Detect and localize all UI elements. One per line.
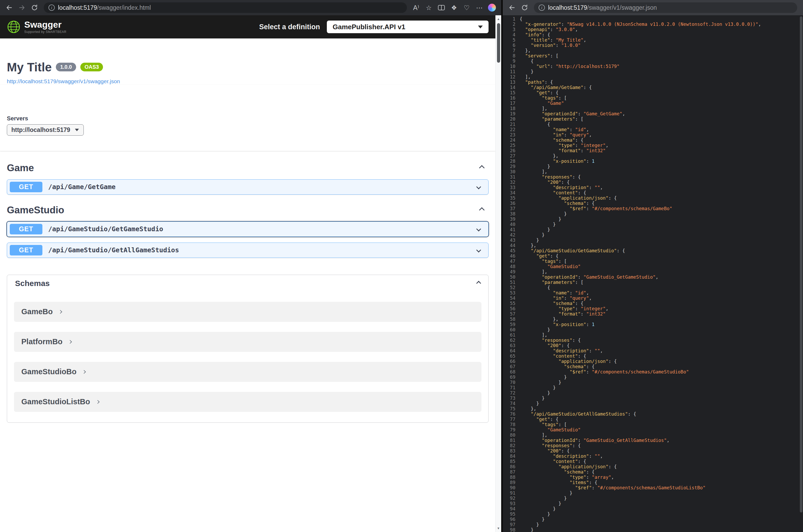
json-line: 52 {: [505, 285, 803, 290]
json-line: 91 }: [505, 490, 803, 496]
schema-model-gamebo[interactable]: GameBo: [14, 302, 481, 322]
url-host: localhost:5179: [548, 4, 587, 11]
line-number: 38: [505, 211, 520, 216]
line-number: 76: [505, 411, 520, 417]
json-code: }: [520, 327, 550, 332]
scrollbar-thumb[interactable]: [497, 23, 500, 63]
json-code: }: [520, 69, 534, 74]
method-badge: GET: [10, 224, 42, 234]
json-line: 37 "$ref": "#/components/schemas/GameBo": [505, 206, 803, 211]
split-screen-button[interactable]: [435, 2, 447, 14]
json-line: 84 "description": "",: [505, 454, 803, 459]
json-line: 21 {: [505, 122, 803, 127]
json-code: }: [520, 222, 556, 227]
schema-model-gamestudiolistbo[interactable]: GameStudioListBo: [14, 392, 481, 412]
json-code: "schema": {: [520, 469, 595, 475]
tag-header-gamestudio[interactable]: GameStudio: [7, 205, 489, 216]
json-line: 10 "url": "http://localhost:5179": [505, 64, 803, 69]
json-scrollbar[interactable]: [799, 15, 803, 532]
back-button[interactable]: [506, 2, 518, 14]
json-line: 42 }: [505, 232, 803, 238]
scrollbar-thumb[interactable]: [800, 16, 802, 513]
json-line: 67 "schema": {: [505, 364, 803, 369]
json-code: }: [520, 496, 567, 501]
chevron-down-icon: [476, 184, 481, 189]
favorites-star-button[interactable]: ☆: [423, 2, 435, 14]
json-code: "GameStudio": [520, 264, 581, 269]
line-number: 34: [505, 190, 520, 195]
line-number: 63: [505, 343, 520, 348]
line-number: 71: [505, 385, 520, 390]
oas3-badge: OAS3: [80, 63, 103, 71]
spec-url-link[interactable]: http://localhost:5179/swagger/v1/swagger…: [7, 78, 120, 84]
json-code: "format": "int32": [520, 311, 606, 317]
line-number: 45: [505, 248, 520, 253]
line-number: 7: [505, 48, 520, 53]
method-badge: GET: [10, 182, 42, 192]
json-line: 81 "operationId": "GameStudio_GetAllGame…: [505, 438, 803, 443]
site-info-icon[interactable]: i: [539, 4, 545, 11]
read-aloud-button[interactable]: A⁾: [410, 2, 422, 14]
collections-button[interactable]: ❖: [448, 2, 460, 14]
line-number: 48: [505, 264, 520, 269]
address-bar[interactable]: i localhost:5179/swagger/v1/swagger.json: [534, 2, 797, 13]
refresh-button[interactable]: [28, 2, 41, 14]
json-code: },: [520, 48, 531, 53]
refresh-button[interactable]: [519, 2, 531, 14]
schemas-section: Schemas GameBoPlatformBoGameStudioBoGame…: [7, 275, 489, 423]
line-number: 61: [505, 332, 520, 338]
back-button[interactable]: [3, 2, 15, 14]
site-info-icon[interactable]: i: [49, 4, 55, 11]
json-code: }: [520, 396, 544, 401]
json-code: "$ref": "#/components/schemas/GameBo": [520, 206, 672, 211]
json-code: "name": "id",: [520, 127, 589, 132]
operation-row[interactable]: GET/api/Game/GetGame: [7, 179, 489, 195]
line-number: 10: [505, 64, 520, 69]
model-name: GameStudioBo: [21, 367, 76, 376]
json-code: "responses": {: [520, 174, 581, 179]
copilot-button[interactable]: [486, 2, 498, 14]
json-line: 33 "description": "",: [505, 185, 803, 190]
json-line: 73 }: [505, 396, 803, 401]
address-bar[interactable]: i localhost:5179/swagger/index.html: [44, 2, 407, 13]
tag-header-game[interactable]: Game: [7, 163, 489, 174]
json-line: 71 }: [505, 385, 803, 390]
more-menu-button[interactable]: ⋯: [473, 2, 485, 14]
chevron-up-icon: [479, 165, 484, 171]
json-line: 83 "200": {: [505, 448, 803, 454]
json-viewer[interactable]: 1{2 "x-generator": "NSwag v14.1.0.0 (NJs…: [503, 15, 803, 532]
json-code: {: [520, 16, 522, 22]
forward-button[interactable]: [16, 2, 28, 14]
json-line: 9 {: [505, 58, 803, 64]
operation-row[interactable]: GET/api/GameStudio/GetGameStudio: [7, 222, 489, 237]
definition-select[interactable]: GamePublisher.API v1: [327, 21, 489, 33]
swagger-brand[interactable]: Swagger Supported by SMARTBEAR: [7, 20, 66, 34]
model-name: GameStudioListBo: [21, 397, 90, 406]
chevron-down-icon: [476, 227, 481, 231]
json-code: "in": "query",: [520, 296, 592, 301]
operation-row[interactable]: GET/api/GameStudio/GetAllGameStudios: [7, 243, 489, 258]
json-code: "$ref": "#/components/schemas/GameStudio…: [520, 485, 706, 490]
json-code: "application/json": {: [520, 359, 617, 364]
scroll-up-button[interactable]: ▲: [496, 15, 501, 23]
line-number: 98: [505, 527, 520, 532]
swagger-topbar: Swagger Supported by SMARTBEAR Select a …: [0, 15, 495, 38]
schemas-header[interactable]: Schemas: [7, 275, 488, 292]
json-code: "application/json": {: [520, 195, 617, 201]
line-number: 44: [505, 243, 520, 248]
schema-model-platformbo[interactable]: PlatformBo: [14, 332, 481, 352]
json-line: 57 "format": "int32": [505, 311, 803, 317]
json-code: "GameStudio": [520, 427, 581, 433]
json-code: "in": "query",: [520, 132, 592, 137]
json-line: 95 }: [505, 511, 803, 517]
line-number: 57: [505, 311, 520, 317]
line-number: 56: [505, 306, 520, 311]
schema-model-gamestudiobo[interactable]: GameStudioBo: [14, 362, 481, 382]
page-scrollbar[interactable]: ▲ ▼: [495, 15, 501, 532]
servers-select[interactable]: http://localhost:5179: [7, 124, 84, 136]
line-number: 24: [505, 137, 520, 143]
browser-essentials-button[interactable]: ♡: [461, 2, 473, 14]
schemas-title: Schemas: [15, 279, 50, 288]
json-line: 43 }: [505, 238, 803, 243]
scroll-down-button[interactable]: ▼: [496, 525, 501, 532]
